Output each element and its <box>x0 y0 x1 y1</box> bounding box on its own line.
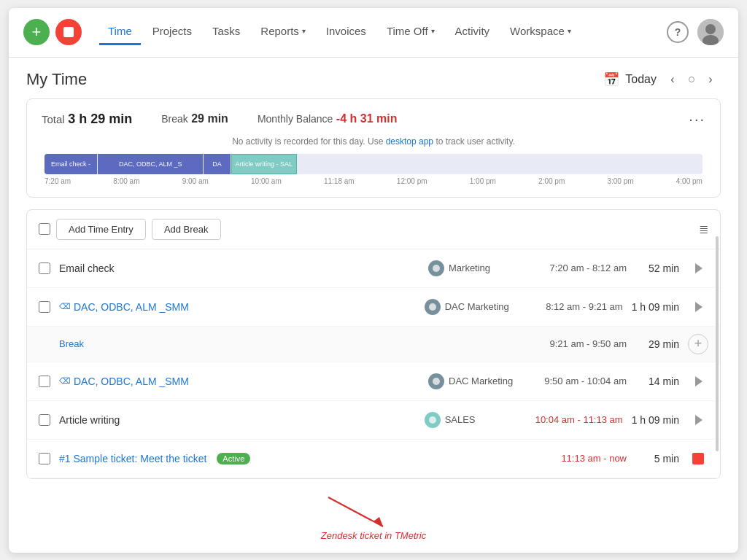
desktop-app-link[interactable]: desktop app <box>386 136 433 147</box>
svg-point-5 <box>433 378 440 385</box>
scrollbar[interactable] <box>716 236 719 451</box>
project-icon-1 <box>428 260 444 276</box>
nav-workspace[interactable]: Workspace ▾ <box>501 19 580 45</box>
add-break-button[interactable]: Add Break <box>152 219 221 240</box>
play-button-2[interactable] <box>688 297 708 317</box>
sort-icon[interactable]: ≣ <box>699 222 708 236</box>
svg-point-4 <box>429 303 436 311</box>
nav-reports[interactable]: Reports ▾ <box>252 19 314 45</box>
tick-2: 9:00 am <box>182 177 209 185</box>
nav-tasks[interactable]: Tasks <box>204 19 249 45</box>
avatar[interactable] <box>697 19 724 45</box>
page-header: My Time 📅 Today ‹ › <box>9 58 738 98</box>
duration-4: 1 h 09 min <box>632 414 679 426</box>
play-button-4[interactable] <box>688 410 708 430</box>
svg-point-6 <box>429 416 436 424</box>
reports-chevron: ▾ <box>302 27 306 35</box>
entry-row: Email check Marketing 7:20 am - 8:12 am … <box>27 249 720 288</box>
break-stat: Break 29 min <box>161 112 228 125</box>
tick-9: 4:00 pm <box>676 177 703 185</box>
current-day-dot[interactable] <box>689 77 694 82</box>
more-options-button[interactable]: ··· <box>689 111 705 128</box>
tick-6: 1:00 pm <box>470 177 496 185</box>
timeline-segment-3[interactable]: DA <box>204 154 230 174</box>
project-name-4: SALES <box>445 414 476 425</box>
entry-row: #1 Sample ticket: Meet the ticket Active… <box>27 440 720 478</box>
timeline-segment-4[interactable]: Article writing - SAL <box>231 154 297 174</box>
tick-0: 7:20 am <box>44 177 71 185</box>
entry-name-1: Email check <box>59 262 419 274</box>
time-range-3: 9:50 am - 10:04 am <box>532 376 627 386</box>
header-right: ? <box>667 19 724 45</box>
project-name-3: DAC Marketing <box>449 376 513 386</box>
entry-checkbox-3[interactable] <box>39 376 50 387</box>
entry-checkbox-5[interactable] <box>39 453 50 464</box>
timeline-segment-2[interactable]: DAC, ODBC, ALM _S <box>98 154 203 174</box>
add-button[interactable]: + <box>23 19 50 45</box>
entry-row: ⌫ DAC, ODBC, ALM _SMM DAC Marketing 9:50… <box>27 362 720 401</box>
break-row: Break 9:21 am - 9:50 am 29 min + <box>27 327 720 362</box>
break-time-range: 9:21 am - 9:50 am <box>532 338 627 349</box>
break-add-button[interactable]: + <box>688 334 708 354</box>
segment-label-1: Email check - <box>50 160 92 168</box>
project-info-1: Marketing <box>428 260 523 276</box>
timeoff-chevron: ▾ <box>431 27 435 35</box>
duration-1: 52 min <box>635 262 679 274</box>
timeline-segment-1[interactable]: Email check - <box>44 154 97 174</box>
ticket-link[interactable]: #1 Sample ticket: Meet the ticket <box>59 453 206 464</box>
header-action-icons: + <box>23 19 82 45</box>
tick-5: 12:00 pm <box>397 177 427 185</box>
total-value: 3 h 29 min <box>68 112 132 126</box>
nav-invoices[interactable]: Invoices <box>317 19 375 45</box>
stop-square-icon <box>692 453 704 464</box>
annotation-area: Zendesk ticket in TMetric <box>9 491 738 553</box>
play-button-1[interactable] <box>688 258 708 279</box>
entry-name-2[interactable]: ⌫ DAC, ODBC, ALM _SMM <box>59 301 416 313</box>
nav-projects[interactable]: Projects <box>144 19 201 45</box>
select-all-checkbox[interactable] <box>39 223 50 235</box>
entry-row: Article writing SALES 10:04 am - 11:13 a… <box>27 401 720 440</box>
entry-row: ⌫ DAC, ODBC, ALM _SMM DAC Marketing 8:12… <box>27 288 720 327</box>
calendar-icon: 📅 <box>603 71 619 88</box>
stop-button[interactable] <box>55 19 82 45</box>
svg-marker-8 <box>374 517 383 526</box>
help-button[interactable]: ? <box>667 21 689 43</box>
annotation-arrow-svg <box>321 494 409 530</box>
entry-checkbox-2[interactable] <box>39 301 50 313</box>
break-value: 29 min <box>191 112 228 125</box>
summary-stats: Total 3 h 29 min Break 29 min Monthly Ba… <box>42 112 397 127</box>
break-label: Break <box>59 338 523 349</box>
entry-checkbox-4[interactable] <box>39 414 50 426</box>
nav-timeoff[interactable]: Time Off ▾ <box>378 19 444 45</box>
prev-day-button[interactable]: ‹ <box>662 69 683 90</box>
monthly-value: -4 h 31 min <box>336 112 398 125</box>
project-info-3: DAC Marketing <box>428 373 523 389</box>
break-duration: 29 min <box>635 338 679 350</box>
stop-icon <box>63 27 74 37</box>
timeline-ticks: 7:20 am 8:00 am 9:00 am 10:00 am 11:18 a… <box>44 174 703 185</box>
timeline-bar: Email check - DAC, ODBC, ALM _S DA Artic… <box>44 154 703 174</box>
nav-time[interactable]: Time <box>99 19 141 45</box>
tick-8: 3:00 pm <box>607 177 633 185</box>
next-day-button[interactable]: › <box>700 69 721 90</box>
play-button-3[interactable] <box>688 371 708 392</box>
annotation-text: Zendesk ticket in TMetric <box>321 530 427 541</box>
summary-card: Total 3 h 29 min Break 29 min Monthly Ba… <box>26 98 721 198</box>
project-icon-3 <box>428 373 444 389</box>
stop-entry-button[interactable] <box>688 448 708 469</box>
entry-checkbox-1[interactable] <box>39 262 50 274</box>
duration-2: 1 h 09 min <box>632 301 679 313</box>
entry-name-5: #1 Sample ticket: Meet the ticket Active <box>59 453 471 464</box>
time-range-2: 8:12 am - 9:21 am <box>528 301 623 312</box>
total-stat: Total 3 h 29 min <box>42 112 132 127</box>
page-title: My Time <box>26 70 87 89</box>
duration-5: 5 min <box>635 453 679 464</box>
entry-name-3[interactable]: ⌫ DAC, ODBC, ALM _SMM <box>59 376 419 387</box>
nav-activity[interactable]: Activity <box>446 19 499 45</box>
tick-7: 2:00 pm <box>538 177 565 185</box>
today-button[interactable]: Today <box>625 73 657 86</box>
tick-4: 11:18 am <box>324 177 355 185</box>
add-time-entry-button[interactable]: Add Time Entry <box>56 219 146 240</box>
time-range-4: 10:04 am - 11:13 am <box>528 414 623 425</box>
project-info-4: SALES <box>425 412 519 428</box>
